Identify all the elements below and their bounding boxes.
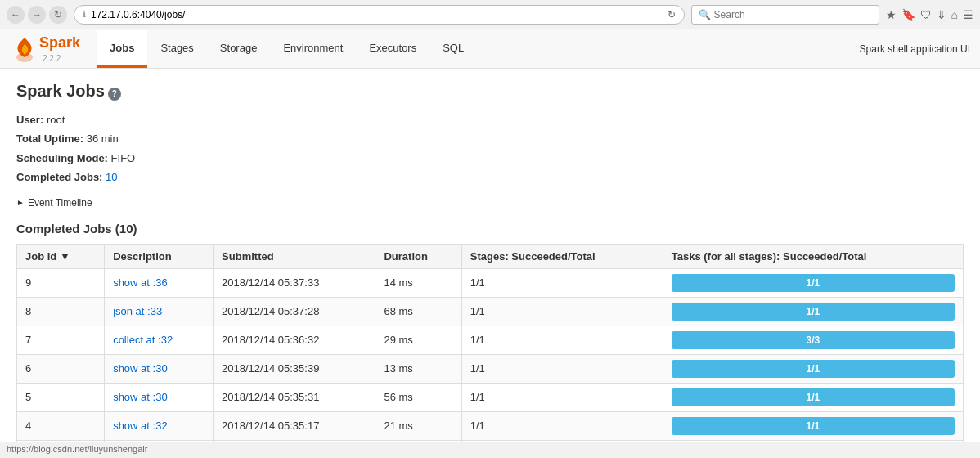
cell-submitted: 2018/12/14 05:37:28	[214, 297, 375, 326]
app-nav: Spark 2.2.2 Jobs Stages Storage Environm…	[0, 29, 980, 69]
table-row: 5 show at :30 2018/12/14 05:35:31 56 ms …	[17, 383, 964, 411]
cell-stages: 1/1	[461, 411, 663, 440]
search-bar: 🔍	[691, 5, 879, 25]
cell-jobid: 6	[17, 354, 105, 383]
completed-info: Completed Jobs: 10	[16, 168, 964, 186]
col-header-submitted[interactable]: Submitted	[214, 244, 375, 268]
tab-jobs[interactable]: Jobs	[97, 30, 147, 68]
col-header-description[interactable]: Description	[105, 244, 214, 268]
progress-bar-fill: 1/1	[672, 303, 955, 321]
uptime-info: Total Uptime: 36 min	[16, 129, 964, 148]
cell-duration: 29 ms	[375, 326, 461, 354]
scheduling-info: Scheduling Mode: FIFO	[16, 149, 964, 168]
spark-logo: Spark 2.2.2	[10, 34, 80, 64]
reload-button[interactable]: ↻	[49, 6, 67, 24]
menu-icon[interactable]: ☰	[963, 8, 973, 21]
cell-submitted: 2018/12/14 05:37:33	[214, 268, 375, 297]
progress-bar-fill: 1/1	[672, 360, 955, 378]
spark-flame-icon	[10, 34, 39, 64]
bookmark-icon[interactable]: 🔖	[901, 8, 915, 21]
scheduling-label: Scheduling Mode:	[16, 152, 108, 164]
cell-tasks: 1/1	[663, 411, 963, 440]
jobs-table: Job Id ▼ Description Submitted Duration …	[16, 244, 964, 458]
cell-duration: 14 ms	[375, 268, 461, 297]
tab-environment[interactable]: Environment	[270, 30, 356, 68]
tab-storage[interactable]: Storage	[207, 30, 271, 68]
progress-bar-fill: 1/1	[672, 274, 955, 292]
user-label: User:	[16, 114, 43, 126]
completed-jobs-title: Completed Jobs (10)	[16, 222, 964, 236]
job-link[interactable]: show at :30	[113, 391, 168, 403]
cell-submitted: 2018/12/14 05:35:17	[214, 411, 375, 440]
event-timeline-label: Event Timeline	[28, 197, 92, 209]
cell-duration: 13 ms	[375, 354, 461, 383]
progress-bar-container: 1/1	[672, 360, 955, 378]
spark-logo-text: Spark	[39, 34, 80, 51]
cell-submitted: 2018/12/14 05:35:39	[214, 354, 375, 383]
col-header-tasks[interactable]: Tasks (for all stages): Succeeded/Total	[663, 244, 963, 268]
col-header-duration[interactable]: Duration	[375, 244, 461, 268]
col-header-stages[interactable]: Stages: Succeeded/Total	[461, 244, 663, 268]
job-link[interactable]: json at :33	[113, 305, 162, 317]
completed-link[interactable]: 10	[106, 171, 117, 183]
table-row: 8 json at :33 2018/12/14 05:37:28 68 ms …	[17, 297, 964, 326]
user-info: User: root	[16, 110, 964, 129]
url-input[interactable]	[91, 9, 663, 20]
cell-submitted: 2018/12/14 05:36:32	[214, 326, 375, 354]
cell-jobid: 4	[17, 411, 105, 440]
completed-label: Completed Jobs:	[16, 171, 102, 183]
main-content: Spark Jobs? User: root Total Uptime: 36 …	[0, 69, 980, 458]
scheduling-value: FIFO	[111, 152, 136, 164]
download-icon[interactable]: ⇓	[937, 8, 946, 21]
cell-description: json at :33	[105, 297, 214, 326]
cell-duration: 21 ms	[375, 411, 461, 440]
user-value: root	[47, 114, 65, 126]
reload-icon[interactable]: ↻	[668, 9, 676, 20]
progress-bar-fill: 1/1	[672, 388, 955, 406]
star-icon[interactable]: ★	[886, 8, 897, 21]
progress-bar-fill: 1/1	[672, 417, 955, 435]
progress-bar-container: 1/1	[672, 388, 955, 406]
event-timeline[interactable]: ► Event Timeline	[16, 197, 964, 209]
info-section: User: root Total Uptime: 36 min Scheduli…	[16, 110, 964, 187]
search-icon: 🔍	[699, 9, 711, 20]
back-button[interactable]: ←	[7, 6, 25, 24]
cell-duration: 56 ms	[375, 383, 461, 411]
job-link[interactable]: collect at :32	[113, 334, 173, 346]
cell-jobid: 7	[17, 326, 105, 354]
table-row: 4 show at :32 2018/12/14 05:35:17 21 ms …	[17, 411, 964, 440]
cell-description: show at :36	[105, 268, 214, 297]
col-header-jobid[interactable]: Job Id ▼	[17, 244, 105, 268]
cell-submitted: 2018/12/14 05:35:31	[214, 383, 375, 411]
cell-stages: 1/1	[461, 326, 663, 354]
spark-version: 2.2.2	[43, 54, 61, 63]
cell-tasks: 1/1	[663, 268, 963, 297]
cell-tasks: 1/1	[663, 354, 963, 383]
shield-icon[interactable]: 🛡	[920, 8, 932, 21]
cell-jobid: 9	[17, 268, 105, 297]
progress-bar-container: 1/1	[672, 274, 955, 292]
cell-stages: 1/1	[461, 354, 663, 383]
nav-tabs: Jobs Stages Storage Environment Executor…	[97, 30, 477, 68]
forward-button[interactable]: →	[28, 6, 46, 24]
cell-tasks: 1/1	[663, 383, 963, 411]
tab-stages[interactable]: Stages	[147, 30, 206, 68]
cell-description: collect at :32	[105, 326, 214, 354]
page-title: Spark Jobs?	[16, 82, 964, 101]
job-link[interactable]: show at :30	[113, 362, 168, 375]
cell-tasks: 1/1	[663, 297, 963, 326]
table-header-row: Job Id ▼ Description Submitted Duration …	[17, 244, 964, 268]
home-icon[interactable]: ⌂	[951, 8, 958, 21]
tab-sql[interactable]: SQL	[429, 30, 477, 68]
job-link[interactable]: show at :36	[113, 276, 168, 289]
table-row: 9 show at :36 2018/12/14 05:37:33 14 ms …	[17, 268, 964, 297]
cell-description: show at :30	[105, 383, 214, 411]
triangle-icon: ►	[16, 198, 25, 207]
cell-tasks: 3/3	[663, 326, 963, 354]
cell-jobid: 8	[17, 297, 105, 326]
help-badge[interactable]: ?	[108, 88, 121, 101]
tab-executors[interactable]: Executors	[356, 30, 429, 68]
job-link[interactable]: show at :32	[113, 420, 168, 432]
progress-bar-container: 1/1	[672, 417, 955, 435]
search-input[interactable]	[714, 9, 872, 20]
